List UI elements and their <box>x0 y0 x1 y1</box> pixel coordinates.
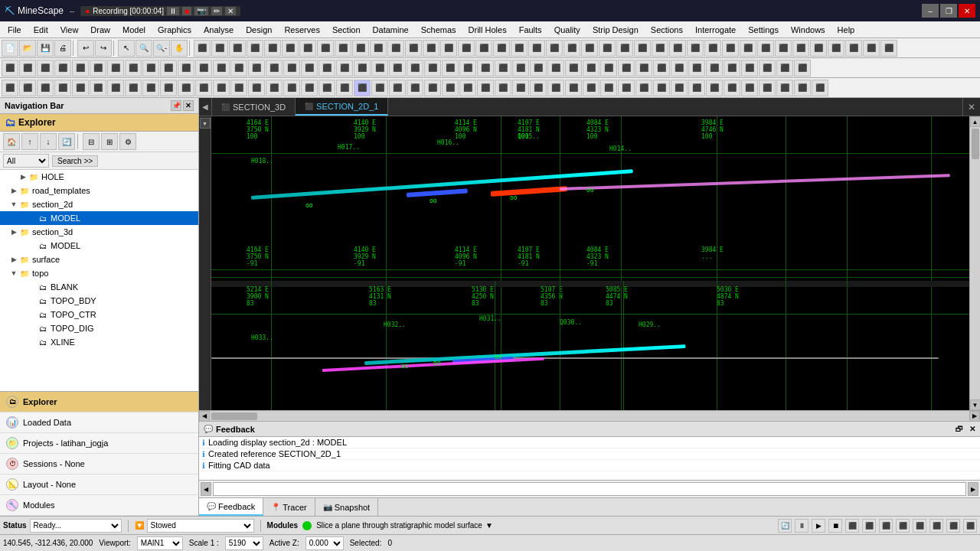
menu-file[interactable]: File <box>2 24 28 36</box>
tb2-btn-20[interactable]: ⬛ <box>336 60 353 77</box>
menu-datamine[interactable]: Datamine <box>367 24 415 36</box>
tb3-btn-46[interactable]: ⬛ <box>794 80 811 96</box>
tb2-btn-46[interactable]: ⬛ <box>794 60 811 77</box>
viewport-canvas[interactable]: 4164 E 3750 N 100 4140 E 3929 N 100 4114… <box>211 116 969 410</box>
menu-windows[interactable]: Windows <box>785 24 831 36</box>
tb-btn-16[interactable]: ⬛ <box>387 40 404 57</box>
tree-toggle[interactable] <box>28 337 37 347</box>
menu-interrogate[interactable]: Interrogate <box>689 24 742 36</box>
tb3-btn-7[interactable]: ⬛ <box>107 80 124 96</box>
tb-pan[interactable]: ✋ <box>171 40 188 57</box>
tb3-btn-31[interactable]: ⬛ <box>530 80 547 96</box>
tb3-btn-20[interactable]: ⬛ <box>336 80 353 96</box>
tb3-btn-44[interactable]: ⬛ <box>759 80 776 96</box>
scroll-down-arrow[interactable]: ▼ <box>970 399 981 410</box>
scale-select[interactable]: 5190 <box>225 536 263 550</box>
tb-btn-26[interactable]: ⬛ <box>564 40 580 57</box>
tb2-btn-23[interactable]: ⬛ <box>389 60 406 77</box>
tb-btn-33[interactable]: ⬛ <box>687 40 704 57</box>
status-btn-7[interactable]: ⬛ <box>879 519 893 533</box>
tb2-btn-39[interactable]: ⬛ <box>671 60 688 77</box>
tb3-btn-40[interactable]: ⬛ <box>688 80 705 96</box>
tab-tracer[interactable]: 📍 Tracer <box>263 498 315 516</box>
status-btn-8[interactable]: ⬛ <box>896 519 910 533</box>
tb-open[interactable]: 📂 <box>19 40 36 57</box>
tb2-btn-40[interactable]: ⬛ <box>688 60 705 77</box>
tb3-btn-27[interactable]: ⬛ <box>459 80 476 96</box>
tb3-btn-15[interactable]: ⬛ <box>248 80 265 96</box>
camera-btn[interactable]: 📷 <box>194 7 208 15</box>
tb-btn-22[interactable]: ⬛ <box>493 40 510 57</box>
tree-row-topo_bdy[interactable]: 🗂TOPO_BDY <box>0 294 198 308</box>
tab-section-3d[interactable]: ⬛ SECTION_3D <box>212 98 296 116</box>
tree-row-topo_ctr[interactable]: 🗂TOPO_CTR <box>0 308 198 321</box>
tb-btn-21[interactable]: ⬛ <box>475 40 492 57</box>
tb-btn-9[interactable]: ⬛ <box>264 40 281 57</box>
close-btn[interactable]: ✕ <box>959 4 975 18</box>
tb-btn-31[interactable]: ⬛ <box>652 40 668 57</box>
tb2-btn-14[interactable]: ⬛ <box>230 60 247 77</box>
status-select[interactable]: Ready... <box>30 519 122 533</box>
status-btn-4[interactable]: ⏹ <box>828 519 842 533</box>
tb3-btn-45[interactable]: ⬛ <box>776 80 793 96</box>
scroll-left-arrow[interactable]: ◀ <box>199 411 210 422</box>
tree-row-hole[interactable]: ▶📁HOLE <box>0 170 198 184</box>
tab-feedback[interactable]: 💬 Feedback <box>199 498 263 516</box>
menu-help[interactable]: Help <box>831 24 861 36</box>
tb3-btn-47[interactable]: ⬛ <box>812 80 828 96</box>
menu-sections[interactable]: Sections <box>645 24 689 36</box>
tb2-btn-21[interactable]: ⬛ <box>354 60 371 77</box>
tree-toggle[interactable]: ▶ <box>9 255 18 264</box>
tb2-btn-6[interactable]: ⬛ <box>90 60 106 77</box>
tb-btn-42[interactable]: ⬛ <box>845 40 862 57</box>
feedback-close-btn[interactable]: ✕ <box>969 425 975 433</box>
tree-toggle[interactable]: ▼ <box>9 200 18 209</box>
exp-expand-btn[interactable]: ⊞ <box>101 133 118 150</box>
status-btn-10[interactable]: ⬛ <box>929 519 943 533</box>
menu-quality[interactable]: Quality <box>548 24 586 36</box>
exp-back-btn[interactable]: ↑ <box>21 133 38 150</box>
tb3-btn-2[interactable]: ⬛ <box>19 80 36 96</box>
tb3-btn-4[interactable]: ⬛ <box>54 80 71 96</box>
tb-btn-40[interactable]: ⬛ <box>810 40 827 57</box>
tb-zoom-in[interactable]: 🔍 <box>136 40 152 57</box>
stop-btn[interactable]: ■ <box>182 7 191 15</box>
tree-row-surface[interactable]: ▶📁surface <box>0 253 198 266</box>
tb2-btn-28[interactable]: ⬛ <box>477 60 494 77</box>
tb2-btn-31[interactable]: ⬛ <box>530 60 547 77</box>
tb-undo[interactable]: ↩ <box>77 40 94 57</box>
menu-view[interactable]: View <box>54 24 85 36</box>
tb2-btn-7[interactable]: ⬛ <box>107 60 124 77</box>
tree-row-road_templates[interactable]: ▶📁road_templates <box>0 184 198 197</box>
tb-btn-37[interactable]: ⬛ <box>757 40 774 57</box>
tb3-btn-16[interactable]: ⬛ <box>266 80 283 96</box>
tree-row-topo[interactable]: ▼📁topo <box>0 266 198 280</box>
tree-container[interactable]: ▶📁HOLE▶📁road_templates▼📁section_2d 🗂MODE… <box>0 170 198 391</box>
feedback-content[interactable]: ℹ Loading display section_2d : MODEL ℹ C… <box>199 437 980 481</box>
tb3-btn-28[interactable]: ⬛ <box>477 80 494 96</box>
tb3-btn-13[interactable]: ⬛ <box>213 80 230 96</box>
tb3-btn-12[interactable]: ⬛ <box>195 80 212 96</box>
tb3-btn-22[interactable]: ⬛ <box>371 80 388 96</box>
tree-toggle[interactable] <box>28 310 37 319</box>
menu-analyse[interactable]: Analyse <box>198 24 240 36</box>
tb2-btn-42[interactable]: ⬛ <box>724 60 740 77</box>
tree-row-topo_dig[interactable]: 🗂TOPO_DIG <box>0 321 198 335</box>
tb2-btn-36[interactable]: ⬛ <box>618 60 635 77</box>
tb-btn-18[interactable]: ⬛ <box>423 40 439 57</box>
tb2-btn-2[interactable]: ⬛ <box>19 60 36 77</box>
tb-btn-19[interactable]: ⬛ <box>440 40 457 57</box>
tb2-btn-18[interactable]: ⬛ <box>301 60 318 77</box>
menu-design[interactable]: Design <box>240 24 278 36</box>
tb-btn-12[interactable]: ⬛ <box>317 40 334 57</box>
menu-drillholes[interactable]: Drill Holes <box>462 24 513 36</box>
tree-row-model_3d[interactable]: 🗂MODEL <box>0 239 198 253</box>
tree-row-xline[interactable]: 🗂XLINE <box>0 335 198 349</box>
nav-pin-btn[interactable]: 📌 <box>171 100 181 111</box>
tb3-btn-26[interactable]: ⬛ <box>442 80 459 96</box>
tree-toggle[interactable] <box>28 241 37 250</box>
tb3-btn-18[interactable]: ⬛ <box>301 80 318 96</box>
tb3-btn-8[interactable]: ⬛ <box>125 80 142 96</box>
tb2-btn-34[interactable]: ⬛ <box>583 60 599 77</box>
tb3-btn-17[interactable]: ⬛ <box>283 80 300 96</box>
